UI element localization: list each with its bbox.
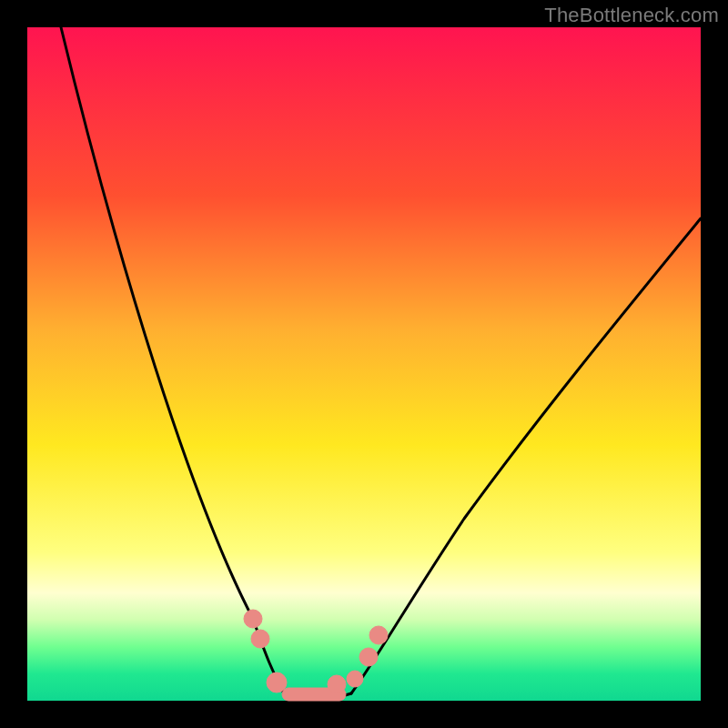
svg-point-1 — [251, 630, 269, 648]
svg-point-5 — [347, 671, 363, 687]
curve-right — [351, 218, 701, 693]
curve-left — [61, 27, 284, 693]
svg-point-7 — [369, 626, 388, 644]
svg-point-4 — [328, 675, 346, 693]
svg-point-0 — [244, 610, 262, 628]
watermark-label: TheBottleneck.com — [544, 4, 719, 27]
svg-point-6 — [359, 648, 378, 666]
chart-frame: TheBottleneck.com — [0, 0, 728, 728]
chart-curves — [27, 27, 701, 701]
